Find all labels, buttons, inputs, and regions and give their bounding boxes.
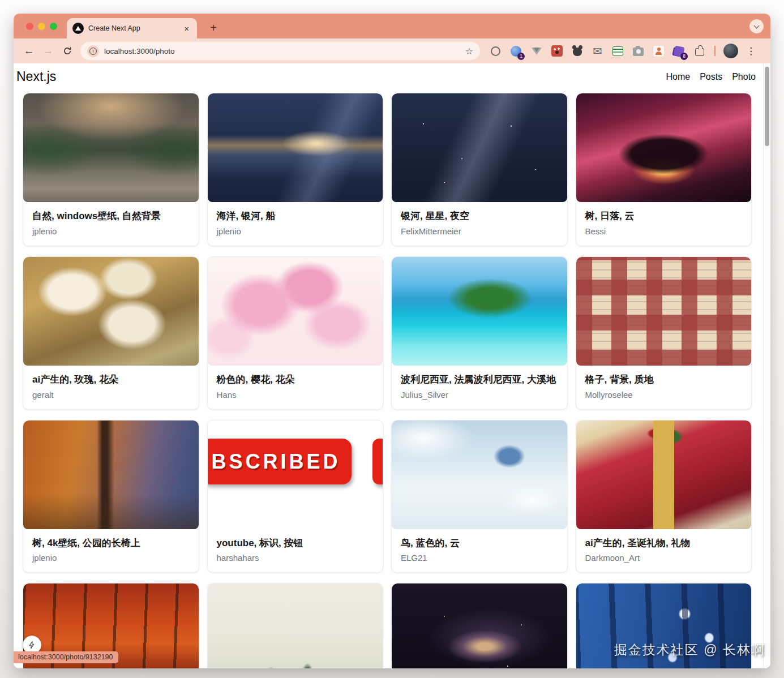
extensions-row: 1 ✉ 8 ⋮ [488,44,759,59]
forward-button[interactable]: → [38,41,58,61]
photo-card[interactable]: 海洋, 银河, 船 jplenio [207,93,384,246]
photo-author: jplenio [217,226,374,236]
person-extension-icon[interactable] [651,44,666,59]
nav-link-home[interactable]: Home [666,72,690,82]
site-header: Next.js Home Posts Photo [14,63,770,89]
bear-extension-icon[interactable] [569,44,585,59]
window-controls [26,23,57,30]
profile-avatar[interactable] [723,44,738,59]
red-extension-icon[interactable] [549,44,564,59]
nav-link-posts[interactable]: Posts [700,72,722,82]
photo-image[interactable] [23,420,199,529]
photo-author: Hans [217,390,374,400]
minimize-window-button[interactable] [38,23,45,30]
site-info-icon[interactable] [87,45,99,57]
nav-link-photo[interactable]: Photo [732,72,756,82]
photo-image[interactable] [23,93,199,202]
screenshot-extension-icon[interactable] [631,44,646,59]
photo-image[interactable] [208,583,383,668]
photo-card[interactable]: 格子, 背景, 质地 Mollyroselee [576,256,752,410]
photo-card[interactable] [207,583,384,668]
photo-image[interactable] [208,93,383,202]
purple-extension-icon[interactable]: 8 [671,44,687,59]
photo-card-body: 自然, windows壁纸, 自然背景 jplenio [23,202,199,246]
photo-card[interactable]: 波利尼西亚, 法属波利尼西亚, 大溪地 Julius_Silver [391,256,568,410]
photo-card[interactable]: 树, 4k壁纸, 公园的长椅上 jplenio [23,420,199,573]
photo-image[interactable] [576,257,752,366]
photo-card-body: youtube, 标识, 按钮 harshahars [208,529,383,573]
desktop-background: Create Next App × + ← → localhost:3000/p… [0,0,784,678]
photo-card[interactable] [391,583,568,668]
photo-card-body: 格子, 背景, 质地 Mollyroselee [576,366,752,409]
photo-image[interactable] [576,93,752,202]
photo-image[interactable] [392,583,567,668]
extensions-puzzle-icon[interactable] [692,44,707,59]
photo-grid: 自然, windows壁纸, 自然背景 jplenio 海洋, 银河, 船 jp… [14,89,770,668]
mail-extension-icon[interactable]: ✉ [590,44,605,59]
photo-image[interactable] [576,420,752,529]
photo-author: jplenio [32,226,190,236]
watermark-text: 掘金技术社区 @ 长林啊 [614,641,765,659]
browser-window: Create Next App × + ← → localhost:3000/p… [14,14,770,668]
address-bar[interactable]: localhost:3000/photo ☆ [80,42,480,60]
photo-image[interactable]: BSCRIBED [208,420,383,529]
photo-title: 树, 日落, 云 [585,209,743,223]
chevron-down-icon [754,23,760,28]
photo-card-body: 鸟, 蓝色的, 云 ELG21 [392,529,567,573]
nextjs-favicon-icon [72,23,84,34]
photo-title: youtube, 标识, 按钮 [217,537,374,550]
browser-tab[interactable]: Create Next App × [67,18,197,38]
photo-image[interactable] [392,420,567,529]
photo-title: 树, 4k壁纸, 公园的长椅上 [32,537,190,550]
reload-icon [63,46,72,55]
back-button[interactable]: ← [19,41,38,61]
photo-card-body: ai产生的, 玫瑰, 花朵 geralt [23,366,199,409]
photo-image[interactable] [208,257,383,366]
photo-card[interactable]: 鸟, 蓝色的, 云 ELG21 [391,420,568,573]
photo-author: FelixMittermeier [401,226,558,236]
scrollbar-thumb[interactable] [765,67,769,146]
photo-card-body: ai产生的, 圣诞礼物, 礼物 Darkmoon_Art [576,529,752,573]
purple-extension-badge: 8 [680,53,688,60]
tab-search-button[interactable] [749,19,764,33]
photo-author: geralt [32,390,190,400]
photo-image[interactable] [392,93,567,202]
browser-menu-icon[interactable]: ⋮ [743,44,759,59]
photo-card[interactable]: ai产生的, 圣诞礼物, 礼物 Darkmoon_Art [576,420,752,573]
photo-image[interactable] [23,257,199,366]
coupon-extension-icon[interactable] [610,44,626,59]
photo-title: 波利尼西亚, 法属波利尼西亚, 大溪地 [401,373,558,387]
photo-card-body: 树, 日落, 云 Bessi [576,202,752,246]
close-window-button[interactable] [26,23,33,30]
bookmark-star-icon[interactable]: ☆ [465,46,473,57]
photo-card[interactable]: 自然, windows壁纸, 自然背景 jplenio [23,93,199,246]
site-brand[interactable]: Next.js [16,69,56,84]
reload-button[interactable] [58,41,77,61]
photo-title: 粉色的, 樱花, 花朵 [217,373,374,387]
photo-card[interactable]: 银河, 星星, 夜空 FelixMittermeier [391,93,568,246]
vue-devtools-icon[interactable] [529,44,544,59]
url-text[interactable]: localhost:3000/photo [104,47,460,55]
photo-card-body: 树, 4k壁纸, 公园的长椅上 jplenio [23,529,199,573]
photo-card[interactable]: ai产生的, 玫瑰, 花朵 geralt [23,256,199,410]
photo-card[interactable]: 粉色的, 樱花, 花朵 Hans [207,256,384,410]
globe-extension-icon[interactable]: 1 [508,44,524,59]
new-tab-button[interactable]: + [206,20,221,35]
tab-close-icon[interactable]: × [182,23,191,34]
photo-title: 海洋, 银河, 船 [217,209,374,223]
globe-extension-badge: 1 [517,53,525,60]
photo-title: 银河, 星星, 夜空 [401,209,558,223]
zoom-window-button[interactable] [50,23,57,30]
toolbar-separator [714,46,716,56]
photo-author: Julius_Silver [401,390,558,400]
photo-card[interactable]: 树, 日落, 云 Bessi [576,93,752,246]
timer-extension-icon[interactable] [488,44,503,59]
photo-card-body: 海洋, 银河, 船 jplenio [208,202,383,246]
photo-image[interactable] [392,257,567,366]
photo-title: ai产生的, 玫瑰, 花朵 [32,373,190,387]
photo-author: ELG21 [401,553,558,563]
page-scrollbar[interactable] [763,63,770,668]
photo-card[interactable]: BSCRIBED youtube, 标识, 按钮 harshahars [207,420,384,573]
subscribed-banner: BSCRIBED [208,439,352,484]
photo-author: Darkmoon_Art [585,553,743,563]
